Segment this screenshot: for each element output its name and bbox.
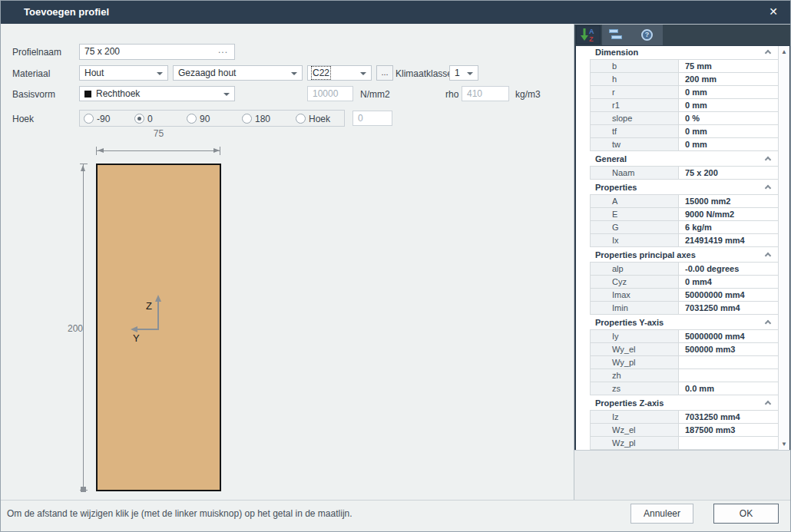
radio-0-label[interactable]: 0	[147, 114, 153, 124]
property-value[interactable]: 187500 mm3	[679, 424, 778, 436]
radio-0[interactable]	[134, 114, 144, 124]
property-value[interactable]: 0 mm	[679, 125, 778, 137]
collapse-chevron-icon[interactable]	[765, 185, 771, 191]
section-header[interactable]: Properties principal axes	[576, 249, 778, 262]
property-name: tf	[591, 125, 679, 137]
materiaal-grade-dropdown[interactable]: C22	[307, 65, 372, 81]
height-dimension-line	[83, 164, 84, 491]
axis-z-line	[157, 297, 159, 329]
property-value[interactable]: 75 x 200	[679, 167, 778, 179]
property-value[interactable]: 500000 mm3	[679, 343, 778, 355]
radio-hoek[interactable]	[296, 114, 306, 124]
collapse-chevron-icon[interactable]	[765, 50, 771, 56]
property-row: zh	[591, 369, 778, 382]
property-value[interactable]: 7031250 mm4	[679, 411, 778, 423]
collapse-chevron-icon[interactable]	[765, 157, 771, 163]
property-value[interactable]: 50000000 mm4	[679, 289, 778, 301]
property-value[interactable]: 21491419 mm4	[679, 234, 778, 246]
dialog-title: Toevoegen profiel	[24, 6, 109, 18]
axis-z-arrow-icon	[155, 295, 161, 302]
radio-hoek-label[interactable]: Hoek	[309, 114, 330, 124]
grid-scrollbar[interactable]: ▲ ▼	[778, 46, 789, 450]
title-bar: Toevoegen profiel ✕	[1, 1, 790, 24]
property-value[interactable]: 9000 N/mm2	[679, 208, 778, 220]
hoek-radio-group: -90 0 90 180 Hoek	[79, 110, 345, 127]
property-row: Wz_pl	[591, 437, 778, 450]
radio-minus90[interactable]	[84, 114, 94, 124]
panel-empty-area	[574, 450, 791, 501]
height-dimension-label[interactable]: 200	[58, 323, 83, 334]
property-value[interactable]	[679, 437, 778, 449]
property-value[interactable]	[679, 369, 778, 382]
radio-90[interactable]	[187, 114, 197, 124]
profielnaam-browse-icon[interactable]: ...	[218, 45, 228, 56]
dimension-tick	[220, 147, 220, 155]
property-value[interactable]: 200 mm	[679, 73, 778, 85]
property-name: slope	[591, 112, 679, 124]
property-value[interactable]: 0 mm4	[679, 276, 778, 288]
property-name: zh	[591, 369, 679, 382]
section-properties: Properties A15000 mm2 E9000 N/mm2 G6 kg/…	[576, 181, 778, 247]
property-value[interactable]: 0 mm	[679, 138, 778, 150]
property-value[interactable]: 15000 mm2	[679, 195, 778, 207]
profielnaam-value: 75 x 200	[84, 46, 120, 57]
collapse-chevron-icon[interactable]	[765, 401, 771, 407]
radio-90-label[interactable]: 90	[200, 114, 210, 124]
property-row: r0 mm	[591, 86, 778, 99]
property-name: h	[591, 73, 679, 85]
radio-180-label[interactable]: 180	[255, 114, 270, 124]
property-row: Imax50000000 mm4	[591, 289, 778, 302]
property-value[interactable]: 0.0 mm	[679, 382, 778, 395]
basisvorm-dropdown[interactable]: Rechthoek	[79, 86, 235, 101]
radio-minus90-label[interactable]: -90	[97, 114, 110, 124]
section-header[interactable]: Properties Y-axis	[576, 316, 778, 329]
section-header[interactable]: Dimension	[576, 46, 778, 59]
scroll-up-icon[interactable]: ▲	[779, 48, 789, 55]
section-general: General Naam75 x 200	[576, 153, 778, 180]
materiaal-browse-button[interactable]: ...	[376, 65, 393, 81]
width-dimension-label[interactable]: 75	[97, 128, 220, 139]
cancel-button[interactable]: Annuleer	[630, 504, 693, 524]
property-value[interactable]: 6 kg/m	[679, 221, 778, 233]
property-value[interactable]: 0 %	[679, 112, 778, 124]
property-row: Naam75 x 200	[591, 167, 778, 180]
width-dimension-line	[97, 150, 220, 151]
scroll-down-icon[interactable]: ▼	[779, 441, 789, 448]
property-inspector-panel: A Z ? Dimension b75 mm h200 mm	[574, 24, 791, 500]
property-row: slope0 %	[591, 112, 778, 125]
section-header[interactable]: Properties Z-axis	[576, 397, 778, 410]
property-row: h200 mm	[591, 73, 778, 86]
property-row: Iz7031250 mm4	[591, 411, 778, 424]
klimaatklasse-dropdown[interactable]: 1	[449, 65, 478, 81]
klimaatklasse-label: Klimaatklasse	[396, 68, 452, 79]
categorized-view-icon[interactable]	[607, 25, 631, 45]
property-value[interactable]: 0 mm	[679, 86, 778, 98]
section-principal-axes: Properties principal axes alp-0.00 degre…	[576, 249, 778, 315]
section-header[interactable]: Properties	[576, 181, 778, 194]
collapse-chevron-icon[interactable]	[765, 253, 771, 259]
property-value[interactable]: 75 mm	[679, 60, 778, 72]
property-value[interactable]: 50000000 mm4	[679, 330, 778, 342]
collapse-chevron-icon[interactable]	[765, 320, 771, 326]
ok-button[interactable]: OK	[713, 504, 779, 524]
chevron-down-icon	[223, 93, 230, 96]
property-row: zs0.0 mm	[591, 382, 778, 395]
property-name: Cyz	[591, 276, 679, 288]
svg-text:Z: Z	[589, 35, 594, 43]
property-value[interactable]: 0 mm	[679, 99, 778, 111]
property-value[interactable]: -0.00 degrees	[679, 263, 778, 275]
section-header[interactable]: General	[576, 153, 778, 166]
close-icon[interactable]: ✕	[769, 5, 778, 18]
property-name: r	[591, 86, 679, 98]
profielnaam-field[interactable]: 75 x 200 ...	[79, 44, 235, 60]
basisvorm-value: Rechthoek	[96, 88, 140, 99]
radio-180[interactable]	[242, 114, 252, 124]
materiaal-category-dropdown[interactable]: Hout	[79, 65, 168, 81]
sort-az-icon[interactable]: A Z	[576, 25, 601, 45]
chevron-down-icon	[157, 72, 163, 75]
help-icon[interactable]: ?	[635, 25, 660, 45]
materiaal-subcategory-dropdown[interactable]: Gezaagd hout	[173, 65, 303, 81]
property-value[interactable]: 7031250 mm4	[679, 302, 778, 314]
dimension-handle[interactable]	[81, 487, 86, 492]
property-value[interactable]	[679, 356, 778, 368]
